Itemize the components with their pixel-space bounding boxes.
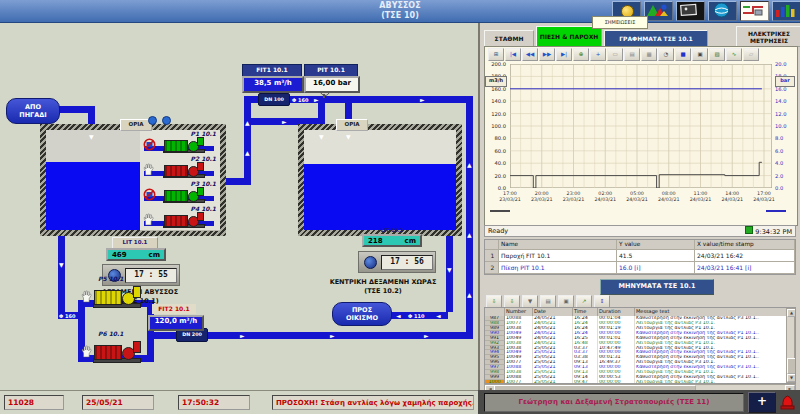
message-col-header[interactable]: Duration (598, 308, 635, 316)
no-hand-icon (143, 188, 156, 201)
status-time: 9:34:32 PM (745, 226, 795, 237)
network-globe-icon (709, 2, 734, 18)
right-panel: ΣΤΑΘΜΗ ΠΙΕΣΗ & ΠΑΡΟΧΗ ΓΡΑΦΗΜΑΤΑ ΤΣΕ 10.1… (478, 22, 800, 390)
pan-icon[interactable]: + (590, 48, 606, 61)
tank2-water (304, 164, 456, 230)
time-range-icon[interactable]: ◔ (658, 48, 674, 61)
message-col-header[interactable]: Message text (635, 308, 787, 316)
chart-status-bar: Ready 9:34:32 PM (484, 225, 796, 237)
pump4-mode[interactable] (143, 211, 155, 230)
network-button[interactable] (708, 1, 737, 21)
alarm-status-bar: 11028 25/05/21 17:50:32 ΠΡΟΣΟΧΗ! Στάση α… (0, 390, 478, 414)
pump3-label: P3 10.1 (191, 180, 216, 187)
tank2-name-2: (ΤΣΕ 10.2) (298, 287, 468, 295)
pipe-diameter-label: Φ 160 (59, 313, 75, 320)
message-col-header[interactable]: Date (533, 308, 573, 316)
pump3-mode[interactable] (143, 186, 156, 205)
cursor-col-header (485, 240, 499, 250)
connection-status-icon (745, 226, 753, 234)
hand-icon (143, 213, 155, 226)
y-right-unit: bar (775, 76, 795, 87)
table-view-icon[interactable]: ▤ (624, 48, 640, 61)
tank2-name: ΚΕΝΤΡΙΚΗ ΔΕΞΑΜΕΝΗ ΧΩΡΑΣ (298, 278, 468, 286)
message-col-header[interactable] (485, 308, 505, 316)
tank1-clock: 17 : 55 (125, 268, 177, 283)
pump-p4[interactable] (162, 212, 206, 228)
scada-synoptic: ▼ ▲ ▲ ► Φ 160 ► ► ▼ ▼ ▲ ▲ ▲ ▼ ◄ ◄ Φ 110 … (0, 22, 478, 390)
print-icon[interactable]: ▣ (692, 48, 708, 61)
zoom-icon[interactable]: ⊕ (573, 48, 589, 61)
add-page-button[interactable]: + (748, 392, 776, 413)
scroll-down-icon[interactable]: ▼ (787, 374, 796, 382)
chart-toolbar: ⊞|◀◀◀▶▶▶|⊕+▭▤▦◔■▣▨∿▱ (488, 48, 759, 61)
pump-p2[interactable] (162, 162, 206, 178)
pump-p3[interactable] (162, 187, 206, 203)
message-col-header[interactable]: Time (573, 308, 598, 316)
piping-diagram-icon (741, 2, 766, 18)
piping-view-button[interactable] (740, 1, 769, 21)
pump-p5[interactable] (92, 284, 142, 308)
status-ready: Ready (485, 227, 508, 235)
curves-icon[interactable]: ∿ (726, 48, 742, 61)
messages-vertical-scrollbar[interactable]: ▲▼ (786, 308, 795, 383)
overview-button[interactable] (644, 1, 673, 21)
chart-settings-icon[interactable]: ⊞ (488, 48, 504, 61)
messages-button[interactable]: ΜΗΝΥΜΑΤΑ ΤΣΕ 10.1 (600, 279, 714, 295)
ruler-icon[interactable]: ▭ (607, 48, 623, 61)
pipe-diameter-label: Φ 110 (408, 313, 424, 320)
pump-bay-1: P1 10.1 (140, 130, 220, 156)
export-icon[interactable]: ▨ (709, 48, 725, 61)
scada-application-window: ΑΒΥΣΣΟΣ (ΤΣΕ 10) (0, 0, 800, 414)
pump-bay-4: P4 10.1 (140, 205, 220, 231)
tab-ilektrikes[interactable]: ΗΛΕΚΤΡΙΚΕΣ ΜΕΤΡΗΣΕΙΣ (736, 26, 800, 47)
fit2-value-display: 120,0 m³/h (148, 315, 204, 331)
tank2-lit-tag: LIT 10.2 (368, 227, 416, 233)
legend-flow-sample (490, 210, 510, 212)
annotate-icon[interactable]: ▱ (743, 48, 759, 61)
tank2-clock-panel: 17 : 56 (358, 251, 436, 273)
trend-plot[interactable] (510, 64, 772, 188)
tab-piesi-parochi[interactable]: ΠΙΕΣΗ & ΠΑΡΟΧΗ (536, 26, 602, 47)
pump1-mode[interactable] (143, 136, 156, 155)
message-col-header[interactable]: Number (505, 308, 533, 316)
pipe-riser-1 (244, 96, 251, 185)
legend-pressure-sample (766, 210, 786, 212)
pump-p6[interactable] (92, 339, 142, 363)
pump5-mode[interactable] (81, 288, 93, 307)
pump-p1[interactable] (162, 137, 206, 153)
next-page-link[interactable]: Γεώτρηση και Δεξαμενή Στρατοπουριές (ΤΣΕ… (484, 393, 744, 412)
pump-bay-3: P3 10.1 (140, 180, 220, 206)
pipe-fit2-run (206, 332, 473, 339)
scroll-thumb[interactable] (787, 358, 796, 374)
tank1-water (46, 162, 140, 230)
messages-table: NumberDateTimeDurationMessage text987100… (484, 307, 796, 384)
pause-icon[interactable]: ■ (675, 48, 691, 61)
tab-grafimata[interactable]: ΓΡΑΦΗΜΑΤΑ ΤΣΕ 10.1 (604, 30, 708, 47)
alarm-date: 25/05/21 (82, 395, 154, 410)
go-end-icon[interactable]: ▶| (556, 48, 572, 61)
go-start-icon[interactable]: |◀ (505, 48, 521, 61)
gallery-button[interactable] (676, 1, 705, 21)
step-forward-icon[interactable]: ▶▶ (539, 48, 555, 61)
alarm-time: 17:50:32 (178, 395, 250, 410)
cursor-row: 1Παροχή FIT 10.141.524/03/21 16:42 (485, 250, 795, 262)
trends-button[interactable] (772, 1, 800, 21)
tank2-limits-button[interactable]: ΟΡΙΑ (336, 119, 368, 131)
hand-icon (81, 345, 93, 358)
fit2-tag: FIT2 10.1 (152, 304, 196, 314)
valve-dn100[interactable]: DN 100 (258, 93, 290, 106)
cursor-col-header: X value/time stamp (695, 240, 795, 250)
grid-view-icon[interactable]: ▦ (641, 48, 657, 61)
cursor-col-header: Name (499, 240, 617, 250)
cursor-value-table: NameY valueX value/time stamp1Παροχή FIT… (484, 239, 796, 275)
pump2-mode[interactable] (143, 161, 155, 180)
alarm-beacon-icon[interactable] (778, 392, 797, 411)
comm-status-icons (148, 110, 171, 129)
tank2-clock: 17 : 56 (381, 255, 433, 270)
pipe-riser-2 (466, 96, 473, 339)
pump2-label: P2 10.1 (191, 155, 216, 162)
scroll-up-icon[interactable]: ▲ (787, 309, 796, 317)
tab-stathmi[interactable]: ΣΤΑΘΜΗ (484, 30, 534, 47)
step-back-icon[interactable]: ◀◀ (522, 48, 538, 61)
pump6-mode[interactable] (81, 343, 93, 362)
